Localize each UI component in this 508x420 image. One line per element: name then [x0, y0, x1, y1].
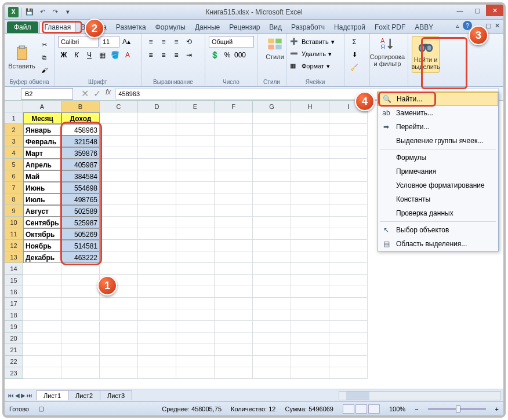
cell-I19[interactable] [329, 321, 368, 333]
orientation-button[interactable]: ⟲ [183, 36, 195, 48]
find-select-button[interactable]: Найти и выделить [412, 36, 440, 73]
cell-E9[interactable] [176, 205, 215, 217]
cell-A18[interactable] [23, 309, 61, 321]
cell-F15[interactable] [215, 275, 253, 286]
cell-B2[interactable]: 458963 [61, 124, 100, 136]
cell-D21[interactable] [138, 344, 176, 356]
row-header-6[interactable]: 6 [5, 170, 23, 182]
cell-A13[interactable]: Декабрь [23, 251, 61, 263]
cell-F1[interactable] [215, 112, 253, 124]
cell-A9[interactable]: Август [23, 205, 61, 217]
bold-button[interactable]: Ж [58, 49, 70, 61]
cell-D6[interactable] [138, 170, 176, 182]
cell-B23[interactable] [61, 367, 100, 379]
menu-goto-special[interactable]: Выделение группы ячеек... [378, 134, 498, 148]
cell-E17[interactable] [176, 298, 215, 309]
row-header-11[interactable]: 11 [5, 228, 23, 240]
cell-E18[interactable] [176, 309, 215, 321]
cell-F16[interactable] [215, 286, 253, 298]
cell-A23[interactable] [23, 367, 61, 379]
cell-E13[interactable] [176, 251, 215, 263]
cell-C12[interactable] [100, 240, 138, 251]
cell-E5[interactable] [176, 159, 215, 170]
cell-D1[interactable] [138, 112, 176, 124]
cell-I9[interactable] [329, 205, 368, 217]
cell-G2[interactable] [253, 124, 291, 136]
cell-F22[interactable] [215, 356, 253, 367]
cell-D2[interactable] [138, 124, 176, 136]
cell-C13[interactable] [100, 251, 138, 263]
cell-C17[interactable] [100, 298, 138, 309]
cell-H10[interactable] [291, 217, 329, 228]
currency-button[interactable]: 💲 [209, 49, 220, 61]
cell-G4[interactable] [253, 147, 291, 159]
tab-data[interactable]: Данные [190, 21, 224, 33]
cell-I5[interactable] [329, 159, 368, 170]
cell-F5[interactable] [215, 159, 253, 170]
cell-G11[interactable] [253, 228, 291, 240]
cell-C7[interactable] [100, 182, 138, 193]
cell-B22[interactable] [61, 356, 100, 367]
cell-B18[interactable] [61, 309, 100, 321]
row-header-21[interactable]: 21 [5, 344, 23, 356]
insert-cells-button[interactable]: ➕Вставить▾ [290, 36, 340, 48]
cell-D9[interactable] [138, 205, 176, 217]
cell-H17[interactable] [291, 298, 329, 309]
cell-F4[interactable] [215, 147, 253, 159]
cell-H2[interactable] [291, 124, 329, 136]
cell-D22[interactable] [138, 356, 176, 367]
cell-C23[interactable] [100, 367, 138, 379]
cell-D18[interactable] [138, 309, 176, 321]
cell-H18[interactable] [291, 309, 329, 321]
cell-I1[interactable] [329, 112, 368, 124]
cell-H3[interactable] [291, 136, 329, 147]
cell-D15[interactable] [138, 275, 176, 286]
cell-H4[interactable] [291, 147, 329, 159]
cell-A20[interactable] [23, 333, 61, 344]
cell-G7[interactable] [253, 182, 291, 193]
cell-A15[interactable] [23, 275, 61, 286]
cell-A6[interactable]: Май [23, 170, 61, 182]
cell-A2[interactable]: Январь [23, 124, 61, 136]
cell-A3[interactable]: Февраль [23, 136, 61, 147]
menu-selection-pane[interactable]: ▤Область выделения... [378, 237, 498, 251]
sheet-nav-prev[interactable]: ◀ [15, 392, 20, 399]
cell-C21[interactable] [100, 344, 138, 356]
column-header-B[interactable]: B [61, 101, 100, 112]
cell-G8[interactable] [253, 193, 291, 205]
cell-A12[interactable]: Ноябрь [23, 240, 61, 251]
row-header-10[interactable]: 10 [5, 217, 23, 228]
font-color-button[interactable]: A [122, 49, 133, 61]
cell-I21[interactable] [329, 344, 368, 356]
cell-B9[interactable]: 502589 [61, 205, 100, 217]
cell-C1[interactable] [100, 112, 138, 124]
cell-C14[interactable] [100, 263, 138, 275]
tab-developer[interactable]: Разработч [286, 21, 329, 33]
cell-D20[interactable] [138, 333, 176, 344]
indent-button[interactable]: ⇥ [183, 49, 195, 61]
cell-G16[interactable] [253, 286, 291, 298]
fx-icon[interactable]: fx [106, 88, 111, 99]
cell-C9[interactable] [100, 205, 138, 217]
cell-I17[interactable] [329, 298, 368, 309]
border-button[interactable]: ▦ [96, 49, 108, 61]
copy-button[interactable]: ⧉ [38, 52, 50, 63]
cell-A22[interactable] [23, 356, 61, 367]
increase-font-button[interactable]: A▴ [121, 36, 132, 48]
row-header-5[interactable]: 5 [5, 159, 23, 170]
cell-H6[interactable] [291, 170, 329, 182]
cell-A11[interactable]: Октябрь [23, 228, 61, 240]
cell-G14[interactable] [253, 263, 291, 275]
cell-F20[interactable] [215, 333, 253, 344]
cell-B21[interactable] [61, 344, 100, 356]
tab-view[interactable]: Вид [264, 21, 286, 33]
cell-D14[interactable] [138, 263, 176, 275]
cell-B20[interactable] [61, 333, 100, 344]
menu-condfmt[interactable]: Условное форматирование [378, 178, 498, 192]
row-header-9[interactable]: 9 [5, 205, 23, 217]
qat-dropdown[interactable]: ▾ [62, 6, 74, 18]
row-header-19[interactable]: 19 [5, 321, 23, 333]
cell-G12[interactable] [253, 240, 291, 251]
menu-goto[interactable]: ➡Перейти... [378, 120, 498, 134]
cell-G18[interactable] [253, 309, 291, 321]
